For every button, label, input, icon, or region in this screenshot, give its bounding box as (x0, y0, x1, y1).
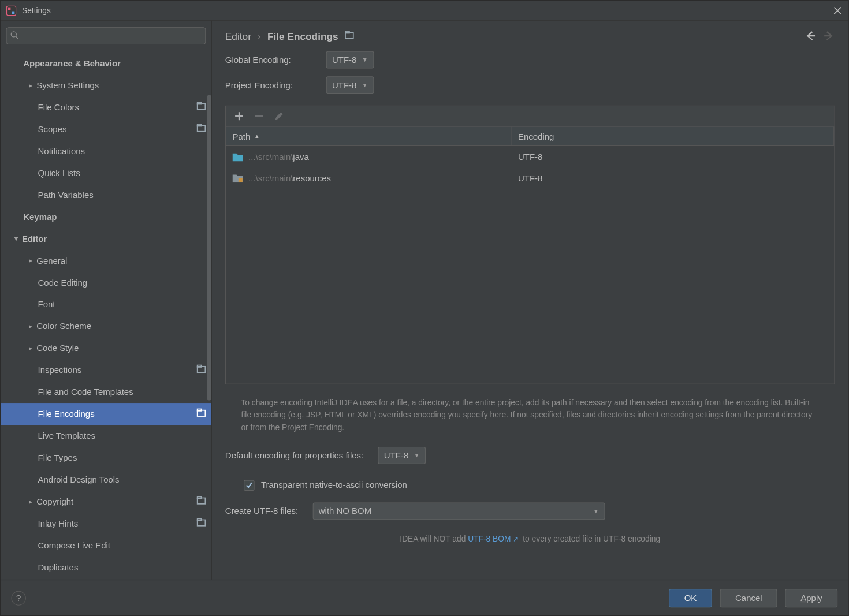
nav-back-icon[interactable] (805, 30, 817, 42)
sidebar-item-inspections[interactable]: Inspections (1, 359, 211, 381)
settings-tree[interactable]: Appearance & Behavior▸System SettingsFil… (1, 48, 211, 580)
sidebar-item-duplicates[interactable]: Duplicates (1, 557, 211, 578)
chevron-right-icon: ▸ (25, 323, 37, 330)
search-input-wrapper (6, 27, 206, 44)
project-encoding-label: Project Encoding: (225, 80, 311, 90)
sidebar-item-label: File Types (38, 453, 206, 462)
sidebar-item-label: Quick Lists (38, 168, 206, 178)
sidebar-item-quick-lists[interactable]: Quick Lists (1, 162, 211, 184)
chevron-down-icon: ▼ (362, 81, 368, 88)
sidebar-item-editor[interactable]: ▾Editor (1, 227, 211, 249)
sidebar-item-label: Android Design Tools (38, 475, 206, 484)
close-icon[interactable] (832, 5, 843, 16)
svg-line-4 (16, 36, 18, 39)
project-scope-icon (345, 30, 354, 42)
project-scope-icon (194, 364, 206, 376)
sidebar-item-label: Notifications (38, 146, 206, 156)
path-cell: ...\src\main\java (226, 152, 512, 162)
sidebar-item-general[interactable]: ▸General (1, 249, 211, 271)
svg-rect-21 (239, 178, 243, 182)
sidebar-item-system-settings[interactable]: ▸System Settings (1, 74, 211, 96)
sidebar-item-appearance-behavior[interactable]: Appearance & Behavior (1, 53, 211, 74)
global-encoding-combo[interactable]: UTF-8 ▼ (326, 51, 374, 69)
sidebar-item-live-templates[interactable]: Live Templates (1, 425, 211, 447)
window-title: Settings (22, 6, 832, 15)
sidebar-item-file-encodings[interactable]: File Encodings (1, 403, 211, 425)
search-input[interactable] (6, 27, 206, 44)
sidebar-item-label: Keymap (23, 212, 206, 222)
breadcrumb-leaf: File Encodings (267, 30, 338, 42)
chevron-right-icon: ▸ (25, 81, 37, 89)
sidebar-item-label: File Colors (38, 102, 194, 112)
sidebar-item-label: Font (38, 300, 206, 309)
sidebar-item-label: Scopes (38, 124, 194, 134)
apply-button[interactable]: Apply (785, 588, 837, 607)
table-row[interactable]: ...\src\main\resourcesUTF-8 (226, 167, 834, 189)
add-icon[interactable] (234, 111, 244, 121)
path-cell: ...\src\main\resources (226, 173, 512, 183)
sidebar-item-keymap[interactable]: Keymap (1, 206, 211, 228)
project-encoding-value: UTF-8 (332, 80, 356, 90)
search-icon (10, 31, 19, 40)
sidebar-item-label: Duplicates (38, 562, 206, 572)
sidebar-item-path-variables[interactable]: Path Variables (1, 184, 211, 206)
table-row[interactable]: ...\src\main\javaUTF-8 (226, 146, 834, 167)
sidebar-item-label: System Settings (36, 80, 206, 90)
sidebar-item-label: File and Code Templates (38, 387, 206, 397)
app-icon (6, 5, 16, 16)
project-scope-icon (194, 496, 206, 507)
ok-button[interactable]: OK (669, 588, 712, 607)
nav-forward-icon (823, 30, 835, 42)
sidebar-item-copyright[interactable]: ▸Copyright (1, 491, 211, 513)
native-to-ascii-label: Transparent native-to-ascii conversion (261, 480, 407, 490)
sidebar-item-file-colors[interactable]: File Colors (1, 96, 211, 118)
svg-rect-1 (8, 7, 11, 10)
project-scope-icon (194, 124, 206, 135)
project-scope-icon (194, 518, 206, 529)
encoding-cell: UTF-8 (512, 152, 835, 162)
sidebar-item-label: Code Style (36, 344, 206, 353)
sidebar-item-code-style[interactable]: ▸Code Style (1, 337, 211, 359)
cancel-button[interactable]: Cancel (720, 588, 777, 607)
sidebar-item-color-scheme[interactable]: ▸Color Scheme (1, 315, 211, 337)
column-path-header[interactable]: Path ▲ (226, 127, 512, 145)
help-text: To change encoding IntelliJ IDEA uses fo… (241, 397, 819, 435)
settings-sidebar: Appearance & Behavior▸System SettingsFil… (1, 21, 212, 580)
project-encoding-combo[interactable]: UTF-8 ▼ (326, 76, 374, 94)
sidebar-item-compose-live-edit[interactable]: Compose Live Edit (1, 535, 211, 557)
bom-hint: IDEA will NOT add UTF-8 BOM ↗ to every c… (225, 534, 835, 543)
sidebar-item-file-types[interactable]: File Types (1, 447, 211, 469)
remove-icon (254, 111, 264, 121)
scrollbar[interactable] (207, 95, 211, 400)
path-encoding-table: Path ▲ Encoding ...\src\main\javaUTF-8..… (225, 106, 835, 384)
svg-rect-2 (12, 11, 15, 14)
sidebar-item-notifications[interactable]: Notifications (1, 140, 211, 162)
chevron-right-icon: ▸ (25, 345, 37, 352)
encoding-cell: UTF-8 (512, 173, 835, 183)
sidebar-item-font[interactable]: Font (1, 293, 211, 315)
chevron-right-icon: › (258, 31, 260, 40)
chevron-down-icon: ▼ (362, 57, 368, 64)
create-utf8-combo[interactable]: with NO BOM ▼ (312, 502, 605, 520)
sidebar-item-code-editing[interactable]: Code Editing (1, 271, 211, 293)
svg-point-3 (11, 32, 16, 37)
edit-icon (274, 111, 284, 121)
properties-encoding-combo[interactable]: UTF-8 ▼ (378, 446, 426, 464)
column-encoding-header[interactable]: Encoding (512, 127, 835, 145)
utf8-bom-link[interactable]: UTF-8 BOM (468, 534, 511, 543)
sidebar-item-label: Copyright (36, 496, 194, 506)
sort-asc-icon: ▲ (254, 133, 259, 139)
native-to-ascii-checkbox[interactable] (244, 480, 254, 490)
sidebar-item-inlay-hints[interactable]: Inlay Hints (1, 513, 211, 535)
chevron-right-icon: ▸ (25, 498, 37, 506)
project-scope-icon (194, 408, 206, 420)
help-button[interactable]: ? (12, 591, 26, 605)
sidebar-item-android-design-tools[interactable]: Android Design Tools (1, 469, 211, 491)
chevron-down-icon: ▼ (414, 452, 419, 459)
sidebar-item-scopes[interactable]: Scopes (1, 118, 211, 140)
sidebar-item-file-and-code-templates[interactable]: File and Code Templates (1, 381, 211, 403)
breadcrumb-root[interactable]: Editor (225, 30, 251, 42)
chevron-down-icon: ▾ (10, 235, 22, 242)
global-encoding-value: UTF-8 (332, 55, 356, 65)
chevron-right-icon: ▸ (25, 257, 37, 264)
